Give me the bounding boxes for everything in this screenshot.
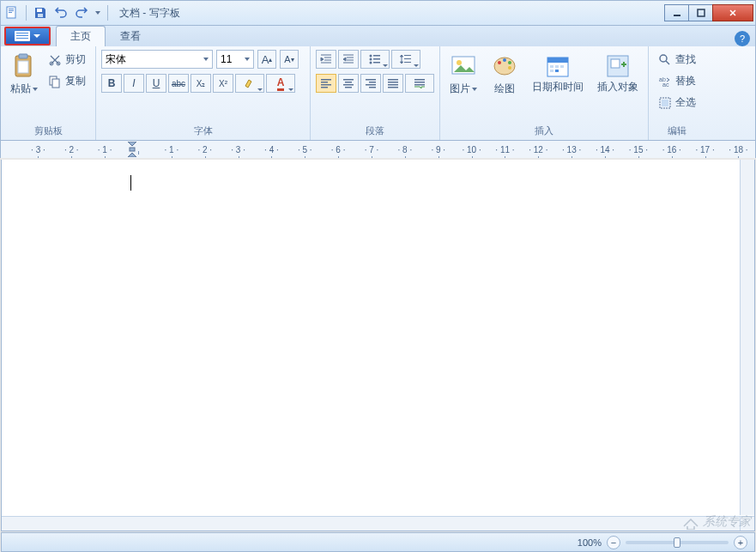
replace-icon: abac [658, 75, 672, 88]
highlight-button[interactable] [235, 74, 264, 93]
cut-button[interactable]: 剪切 [44, 50, 90, 70]
bullet-list-button[interactable] [360, 50, 390, 69]
ruler-tick: · 9 · [421, 145, 455, 155]
text-cursor [130, 175, 131, 191]
svg-point-17 [370, 58, 372, 61]
increase-indent-button[interactable] [338, 50, 359, 69]
bold-button[interactable]: B [101, 74, 122, 93]
svg-rect-63 [662, 100, 668, 106]
svg-rect-4 [37, 9, 42, 12]
shrink-font-button[interactable]: A▾ [280, 50, 299, 69]
insert-datetime-button[interactable]: 日期和时间 [528, 50, 588, 95]
ruler-tick: · 17 · [688, 145, 722, 155]
svg-rect-16 [373, 55, 380, 57]
svg-point-44 [457, 60, 462, 65]
ruler-tick: · 16 · [655, 145, 688, 155]
svg-point-46 [498, 61, 501, 64]
font-name-combo[interactable]: 宋体 [101, 50, 213, 69]
save-button[interactable] [31, 3, 50, 22]
svg-point-15 [370, 55, 372, 58]
ruler-tick: · 5 · [288, 145, 322, 155]
ruler-tick: · 11 · [488, 145, 522, 155]
paste-label: 粘贴 [10, 82, 31, 96]
font-size-combo[interactable]: 11 [216, 50, 254, 69]
horizontal-scrollbar[interactable] [2, 516, 740, 531]
close-button[interactable] [712, 4, 753, 21]
replace-button[interactable]: abac 替换 [654, 71, 700, 91]
group-clipboard: 粘贴 剪切 复制 剪贴板 [1, 46, 96, 140]
help-button[interactable]: ? [735, 31, 750, 46]
svg-rect-64 [130, 148, 135, 151]
ruler-tick: · 3 · [21, 145, 55, 155]
qat-customize-button[interactable] [93, 3, 103, 22]
copy-icon [48, 75, 62, 88]
svg-rect-21 [404, 55, 411, 56]
ruler-tick: · 12 · [522, 145, 555, 155]
superscript-button[interactable]: X² [213, 74, 233, 93]
paragraph-dialog-button[interactable] [405, 74, 434, 93]
svg-rect-7 [698, 9, 705, 16]
tab-home[interactable]: 主页 [56, 26, 106, 46]
strikethrough-button[interactable]: abc [168, 74, 189, 93]
zoom-out-button[interactable]: − [607, 536, 620, 549]
svg-rect-39 [388, 87, 398, 88]
svg-rect-37 [388, 82, 398, 83]
selectall-button[interactable]: 全选 [654, 93, 700, 112]
svg-rect-29 [345, 82, 352, 83]
decrease-indent-button[interactable] [316, 50, 336, 69]
ruler-tick: · 8 · [388, 145, 421, 155]
align-left-button[interactable] [316, 74, 336, 93]
insert-paint-button[interactable]: 绘图 [487, 50, 523, 99]
find-button[interactable]: 查找 [654, 50, 700, 70]
svg-rect-1 [9, 9, 14, 9]
italic-button[interactable]: I [124, 74, 144, 93]
underline-button[interactable]: U [146, 74, 166, 93]
align-justify-button[interactable] [383, 74, 403, 93]
font-color-button[interactable]: A [266, 74, 295, 93]
app-icon[interactable] [3, 3, 21, 22]
redo-button[interactable] [72, 3, 91, 22]
line-spacing-button[interactable] [391, 50, 420, 69]
ruler[interactable]: · 3 ·· 2 ·· 1 ·· 1 ·· 2 ·· 3 ·· 4 ·· 5 ·… [0, 141, 756, 158]
group-font-label: 字体 [101, 122, 305, 140]
vertical-scrollbar[interactable] [740, 160, 754, 515]
file-menu-button[interactable] [4, 27, 51, 45]
undo-button[interactable] [51, 3, 70, 22]
zoom-in-button[interactable]: + [734, 536, 747, 549]
datetime-label: 日期和时间 [532, 82, 584, 93]
separator [107, 5, 108, 21]
svg-point-47 [503, 58, 506, 62]
svg-rect-56 [555, 70, 559, 72]
svg-rect-55 [550, 70, 553, 72]
copy-button[interactable]: 复制 [44, 71, 90, 91]
svg-rect-24 [321, 79, 331, 81]
insert-object-button[interactable]: 插入对象 [593, 50, 643, 95]
ruler-tick: · 14 · [589, 145, 622, 155]
svg-rect-30 [343, 84, 354, 86]
subscript-button[interactable]: X₂ [191, 74, 211, 93]
ruler-tick: · 1 · [154, 145, 188, 155]
svg-rect-28 [343, 79, 354, 81]
align-right-button[interactable] [360, 74, 381, 93]
minimize-button[interactable] [664, 4, 689, 21]
svg-rect-5 [38, 14, 43, 17]
svg-rect-54 [560, 65, 564, 68]
svg-rect-38 [388, 84, 398, 86]
paste-button[interactable]: 粘贴 [6, 50, 42, 99]
tab-view[interactable]: 查看 [106, 26, 155, 46]
grow-font-button[interactable]: A▴ [257, 50, 276, 69]
indent-marker-icon[interactable] [128, 142, 136, 158]
align-center-button[interactable] [338, 74, 359, 93]
svg-point-48 [508, 61, 511, 64]
zoom-level: 100% [578, 537, 602, 548]
insert-picture-button[interactable]: 图片 [445, 50, 481, 99]
svg-rect-14 [52, 79, 59, 88]
find-label: 查找 [675, 52, 696, 67]
zoom-slider[interactable] [626, 541, 729, 544]
group-insert-label: 插入 [445, 122, 643, 140]
maximize-button[interactable] [688, 4, 713, 21]
svg-rect-41 [414, 82, 425, 83]
group-paragraph: 段落 [311, 46, 440, 140]
document-page[interactable] [21, 160, 739, 515]
svg-point-19 [370, 62, 372, 64]
